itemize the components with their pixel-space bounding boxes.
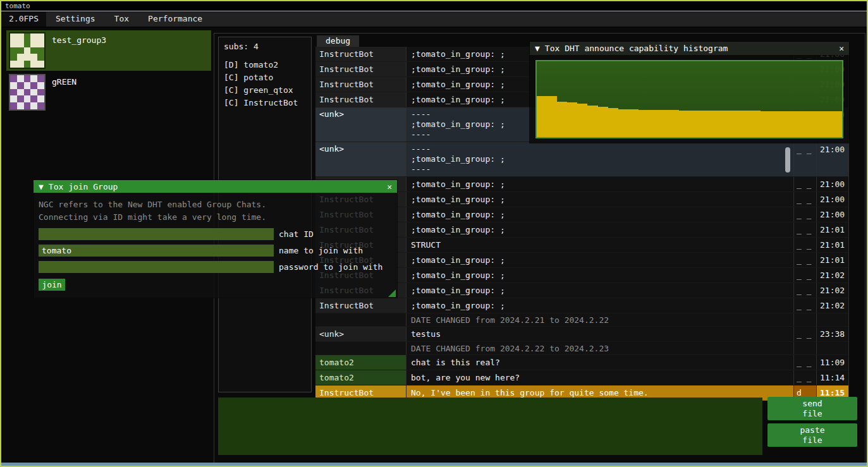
- join-name-label: name to join with: [279, 246, 363, 255]
- chat-delivery-flags: _ _: [793, 298, 816, 313]
- dht-histogram-window: ▼ Tox DHT announce capability histogram …: [529, 41, 850, 143]
- subs-list: [D] tomato2 [C] potato [C] green_qtox [C…: [224, 59, 306, 109]
- chat-message-text: bot, are you new here?: [406, 370, 793, 385]
- chat-delivery-flags: _ _: [793, 238, 816, 252]
- chat-message-text: DATE CHANGED from 2024.2.21 to 2024.2.22: [406, 313, 793, 326]
- chat-delivery-flags: _ _: [793, 142, 816, 176]
- subs-list-item[interactable]: [C] InstructBot: [224, 97, 306, 109]
- collapse-icon[interactable]: ▼: [535, 44, 540, 53]
- window-title: tomato: [5, 2, 30, 10]
- menu-item[interactable]: Tox: [105, 12, 138, 27]
- group-name: gREEN: [52, 77, 76, 87]
- dht-histogram-bars: [537, 61, 842, 137]
- chat-delivery-flags: [793, 342, 816, 355]
- chat-timestamp: [816, 342, 848, 355]
- chat-message-text: ;tomato_in_group: ;: [406, 298, 793, 313]
- chat-sender: <unk>: [315, 327, 406, 341]
- chat-message-text: testus: [406, 327, 793, 341]
- chat-timestamp: [816, 313, 848, 326]
- chat-timestamp: 21:01: [816, 253, 848, 267]
- window-titlebar: tomato: [1, 1, 867, 11]
- subs-list-item[interactable]: [C] potato: [224, 71, 306, 84]
- tab-debug[interactable]: debug: [317, 35, 359, 47]
- chat-timestamp: 21:00: [816, 142, 848, 176]
- chat-scrollbar-thumb[interactable]: [785, 147, 790, 173]
- subs-list-item[interactable]: [D] tomato2: [224, 59, 306, 71]
- join-group-titlebar[interactable]: ▼ Tox join Group ✕: [34, 180, 397, 193]
- chat-timestamp: 21:02: [816, 298, 848, 313]
- chat-sender: InstructBot: [315, 298, 406, 313]
- chat-message-text: ;tomato_in_group: ;: [406, 207, 793, 222]
- chat-sender: InstructBot: [315, 62, 406, 76]
- chat-message-text: chat is this real?: [406, 355, 793, 370]
- join-group-body: NGC refers to the New DHT enabled Group …: [34, 193, 397, 298]
- chat-id-label: chat ID: [279, 229, 314, 239]
- close-icon[interactable]: ✕: [839, 44, 844, 53]
- chat-message-text: ;tomato_in_group: ;: [406, 177, 793, 191]
- subs-header: subs: 4: [224, 42, 306, 51]
- menu-item[interactable]: Settings: [46, 12, 105, 27]
- chat-delivery-flags: _ _: [793, 207, 816, 222]
- chat-sender: tomato2: [315, 370, 406, 385]
- app-window: tomato 2.0FPS Settings Tox Performance t…: [0, 0, 868, 467]
- group-item-test_group3[interactable]: test_group3: [6, 30, 211, 71]
- join-button[interactable]: join: [39, 279, 65, 291]
- join-group-title: Tox join Group: [49, 182, 118, 191]
- chat-delivery-flags: _ _: [793, 222, 816, 237]
- menu-items: Settings Tox Performance: [46, 12, 212, 27]
- chat-message-text: STRUCT: [406, 238, 793, 252]
- chat-delivery-flags: [793, 313, 816, 326]
- dht-histogram-title: Tox DHT announce capability histogram: [545, 44, 728, 53]
- chat-sender: tomato2: [315, 355, 406, 370]
- chat-timestamp: 11:09: [816, 355, 848, 370]
- join-password-input[interactable]: [39, 261, 274, 273]
- chat-delivery-flags: _ _: [793, 283, 816, 298]
- chat-delivery-flags: _ _: [793, 177, 816, 191]
- chat-row[interactable]: tomato2 bot, are you new here? _ _ 11:14: [315, 370, 848, 385]
- dht-histogram-titlebar[interactable]: ▼ Tox DHT announce capability histogram …: [530, 42, 849, 55]
- chat-timestamp: 21:01: [816, 222, 848, 237]
- send-file-button[interactable]: send file: [767, 397, 857, 420]
- close-icon[interactable]: ✕: [387, 182, 392, 191]
- fps-counter: 2.0FPS: [1, 12, 46, 27]
- collapse-icon[interactable]: ▼: [39, 182, 44, 191]
- chat-timestamp: 21:00: [816, 207, 848, 222]
- chat-message-text: DATE CHANGED from 2024.2.22 to 2024.2.23: [406, 342, 793, 355]
- chat-message-text: ;tomato_in_group: ;: [406, 283, 793, 298]
- chat-timestamp: 21:02: [816, 268, 848, 282]
- menu-item[interactable]: Performance: [138, 12, 212, 27]
- chat-row[interactable]: tomato2 chat is this real? _ _ 11:09: [315, 355, 848, 370]
- chat-row[interactable]: <unk> testus _ _ 23:38: [315, 327, 848, 342]
- chat-delivery-flags: _ _: [793, 370, 816, 385]
- chat-sender: <unk>: [315, 142, 406, 176]
- chat-delivery-flags: _ _: [793, 268, 816, 282]
- chat-sender: InstructBot: [315, 47, 406, 61]
- resize-grip-icon[interactable]: [388, 289, 396, 297]
- chat-timestamp: 21:00: [816, 177, 848, 191]
- paste-file-button[interactable]: paste file: [767, 423, 857, 447]
- bottom-edge-strip: [1, 463, 867, 466]
- chat-row[interactable]: <unk> ---- ;tomato_in_group: ; ---- _ _ …: [315, 142, 848, 177]
- chat-id-input[interactable]: [39, 228, 274, 240]
- menu-bar: 2.0FPS Settings Tox Performance: [1, 12, 867, 28]
- join-info-line1: NGC refers to the New DHT enabled Group …: [39, 198, 392, 211]
- chat-message-text: ;tomato_in_group: ;: [406, 268, 793, 282]
- chat-timestamp: 21:02: [816, 283, 848, 298]
- chat-row[interactable]: DATE CHANGED from 2024.2.22 to 2024.2.23: [315, 342, 848, 355]
- chat-row[interactable]: InstructBot ;tomato_in_group: ; _ _ 21:0…: [315, 298, 848, 313]
- message-composer: [218, 397, 762, 455]
- join-info-line2: Connecting via ID might take a very long…: [39, 211, 392, 224]
- join-password-label: password to join with: [279, 262, 382, 272]
- chat-row[interactable]: DATE CHANGED from 2024.2.21 to 2024.2.22: [315, 313, 848, 327]
- subs-list-item[interactable]: [C] green_qtox: [224, 84, 306, 97]
- join-group-window: ▼ Tox join Group ✕ NGC refers to the New…: [33, 179, 398, 298]
- group-avatar: [9, 32, 46, 69]
- chat-message-text: ---- ;tomato_in_group: ; ----: [406, 142, 793, 176]
- group-item-green[interactable]: gREEN: [6, 72, 211, 112]
- dht-histogram-body: [530, 55, 849, 143]
- join-name-input[interactable]: [39, 245, 274, 257]
- chat-delivery-flags: _ _: [793, 192, 816, 207]
- chat-timestamp: 21:01: [816, 238, 848, 252]
- group-name: test_group3: [52, 35, 106, 45]
- message-input[interactable]: [218, 397, 762, 455]
